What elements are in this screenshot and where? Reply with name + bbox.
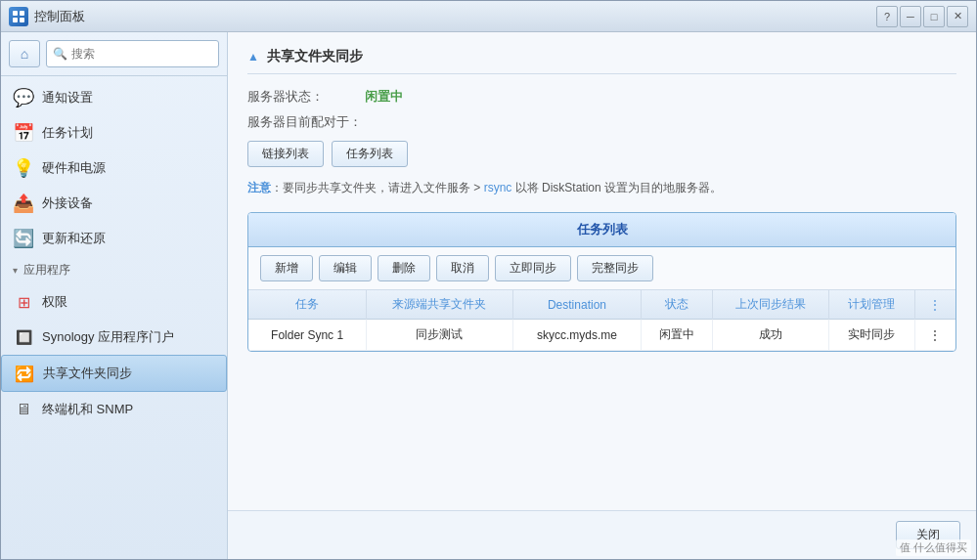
section-title: 共享文件夹同步 [267,48,363,65]
col-task: 任务 [248,290,367,320]
sidebar-item-label: 通知设置 [42,89,93,107]
sidebar-item-update[interactable]: 🔄 更新和还原 [1,221,227,256]
watermark: 值 什么值得买 [896,539,971,556]
panel-footer: 关闭 [228,510,976,559]
sidebar-item-label: 权限 [42,293,67,311]
col-more: ⋮ [914,290,955,320]
cell-schedule: 实时同步 [828,320,914,351]
sidebar-header: ⌂ 🔍 [1,32,227,76]
notice-text: 注意：要同步共享文件夹，请进入文件服务 > rsync 以将 DiskStati… [247,179,956,196]
sidebar-item-privilege[interactable]: ⊞ 权限 [1,284,227,320]
synology-icon: 🔲 [13,326,34,348]
help-button[interactable]: ? [876,6,898,27]
apps-section-label: 应用程序 [23,262,70,279]
search-input[interactable] [71,47,212,61]
sidebar-item-label: Synology 应用程序门户 [42,328,174,346]
cell-source: 同步测试 [367,320,512,351]
task-table: 任务 来源端共享文件夹 Destination 状态 上次同步结果 计划管理 ⋮ [248,290,955,351]
titlebar-left: 控制面板 [9,7,85,26]
restore-button[interactable]: □ [923,6,945,27]
task-toolbar: 新增 编辑 删除 取消 立即同步 完整同步 [248,247,955,290]
sidebar-item-notification[interactable]: 💬 通知设置 [1,80,227,115]
delete-button[interactable]: 删除 [377,255,430,281]
sidebar-item-label: 共享文件夹同步 [43,365,132,382]
svg-rect-3 [20,18,24,22]
col-status: 状态 [642,290,713,320]
content-area: ⌂ 🔍 💬 通知设置 📅 任务计划 💡 硬件和电源 [1,32,976,559]
external-icon: 📤 [13,193,34,214]
notification-icon: 💬 [13,87,34,108]
task-list-button[interactable]: 任务列表 [332,141,408,167]
table-header-row: 任务 来源端共享文件夹 Destination 状态 上次同步结果 计划管理 ⋮ [248,290,955,320]
window-title: 控制面板 [34,8,85,25]
sidebar-item-label: 硬件和电源 [42,159,106,177]
sync-full-button[interactable]: 完整同步 [577,255,653,281]
add-button[interactable]: 新增 [260,255,313,281]
task-icon: 📅 [13,122,34,144]
sync-now-button[interactable]: 立即同步 [495,255,571,281]
search-box: 🔍 [46,40,219,67]
server-config-label: 服务器目前配对于： [247,113,365,131]
apps-section-header[interactable]: ▾ 应用程序 [1,256,227,284]
config-buttons: 链接列表 任务列表 [247,141,956,167]
chevron-down-icon: ▾ [13,265,18,276]
notice-label: 注意 [247,181,271,194]
sidebar-item-hardware[interactable]: 💡 硬件和电源 [1,151,227,186]
home-button[interactable]: ⌂ [9,40,40,67]
notice-colon: ：要同步共享文件夹，请进入文件服务 > [271,181,484,194]
minimize-button[interactable]: ─ [900,6,921,27]
sidebar-nav: 💬 通知设置 📅 任务计划 💡 硬件和电源 📤 外接设备 🔄 更新 [1,76,227,559]
sidebar-item-terminal[interactable]: 🖥 终端机和 SNMP [1,392,227,427]
sidebar: ⌂ 🔍 💬 通知设置 📅 任务计划 💡 硬件和电源 [1,32,228,559]
svg-rect-2 [13,18,18,22]
task-table-header: 任务列表 [248,213,955,247]
panel-content: ▲ 共享文件夹同步 服务器状态： 闲置中 服务器目前配对于： 链接列表 任务列表 [228,32,976,510]
close-button[interactable]: ✕ [947,6,968,27]
search-icon: 🔍 [53,47,67,61]
privilege-icon: ⊞ [13,291,34,313]
server-status-label: 服务器状态： [247,88,365,106]
sidebar-item-label: 外接设备 [42,194,93,212]
edit-button[interactable]: 编辑 [319,255,372,281]
col-schedule: 计划管理 [828,290,914,320]
link-list-button[interactable]: 链接列表 [247,141,324,167]
sidebar-item-task[interactable]: 📅 任务计划 [1,115,227,151]
share-sync-icon: 🔁 [14,363,35,384]
app-icon [9,7,28,26]
hardware-icon: 💡 [13,157,34,179]
cell-last-result: 成功 [713,320,829,351]
sidebar-item-external[interactable]: 📤 外接设备 [1,186,227,221]
server-config-row: 服务器目前配对于： [247,113,956,131]
main-panel: ▲ 共享文件夹同步 服务器状态： 闲置中 服务器目前配对于： 链接列表 任务列表 [228,32,976,559]
col-destination: Destination [512,290,642,320]
server-status-value: 闲置中 [365,88,403,106]
update-icon: 🔄 [13,228,34,249]
sidebar-item-synology[interactable]: 🔲 Synology 应用程序门户 [1,320,227,355]
cell-status: 闲置中 [642,320,713,351]
cell-destination: skycc.myds.me [512,320,642,351]
notice-suffix: 以将 DiskStation 设置为目的地服务器。 [511,181,722,194]
window-controls: ? ─ □ ✕ [876,6,968,27]
svg-rect-0 [13,11,18,16]
task-table-container: 任务列表 新增 编辑 删除 取消 立即同步 完整同步 任务 [247,212,956,352]
cell-more[interactable]: ⋮ [914,320,955,351]
sidebar-item-label: 更新和还原 [42,230,106,247]
server-status-row: 服务器状态： 闲置中 [247,88,956,106]
table-row[interactable]: Folder Sync 1 同步测试 skycc.myds.me 闲置中 成功 … [248,320,955,351]
titlebar: 控制面板 ? ─ □ ✕ [1,1,976,32]
rsync-link[interactable]: rsync [484,181,512,194]
sidebar-item-share-sync[interactable]: 🔁 共享文件夹同步 [1,355,227,392]
section-header: ▲ 共享文件夹同步 [247,48,956,74]
sidebar-item-label: 任务计划 [42,124,93,142]
col-source: 来源端共享文件夹 [367,290,512,320]
terminal-icon: 🖥 [13,399,34,420]
sidebar-item-label: 终端机和 SNMP [42,401,133,418]
cell-task: Folder Sync 1 [248,320,367,351]
collapse-icon[interactable]: ▲ [247,50,259,64]
table-wrap: 任务 来源端共享文件夹 Destination 状态 上次同步结果 计划管理 ⋮ [248,290,955,351]
col-last-result: 上次同步结果 [713,290,829,320]
cancel-button[interactable]: 取消 [436,255,489,281]
svg-rect-1 [20,11,24,16]
